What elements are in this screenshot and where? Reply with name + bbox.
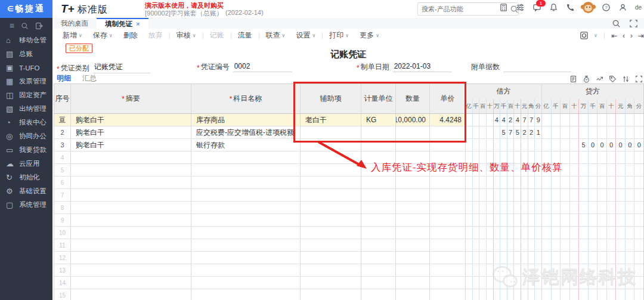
sidebar-item-basic-settings[interactable]: ⚙ 基础设置	[0, 184, 52, 198]
sidebar-item-general-ledger[interactable]: ▤ 总账	[0, 47, 52, 61]
cell-price[interactable]	[430, 289, 466, 300]
cell-unit[interactable]	[361, 189, 396, 202]
cell-summary[interactable]	[71, 227, 191, 239]
cell-debit[interactable]	[466, 202, 542, 214]
cell-qty[interactable]	[396, 227, 430, 239]
cell-qty[interactable]: 10,000.00	[396, 114, 430, 126]
table-row[interactable]: 12	[54, 252, 643, 264]
cell-credit[interactable]	[542, 126, 643, 139]
field-value[interactable]: 0002	[233, 62, 292, 72]
cell-price[interactable]	[430, 264, 466, 277]
cell-qty[interactable]	[396, 202, 430, 214]
cell-aux[interactable]	[301, 214, 361, 227]
cell-credit[interactable]	[542, 214, 643, 227]
cell-account[interactable]	[191, 289, 301, 300]
stamp-caret-icon[interactable]: ∨	[594, 33, 597, 38]
cell-account[interactable]	[191, 277, 301, 289]
field-value[interactable]: 2022-01-03	[393, 62, 452, 72]
expand-icon[interactable]	[635, 75, 643, 83]
sidebar-item-initialization[interactable]: ↻ 初始化	[0, 171, 52, 184]
cell-aux[interactable]	[301, 189, 361, 202]
cell-account[interactable]	[191, 264, 301, 277]
toolbar-button-联查[interactable]: 联查∨	[261, 30, 291, 41]
hamburger-menu-icon[interactable]: ≡	[10, 21, 14, 30]
cell-account[interactable]	[191, 151, 301, 164]
cell-account[interactable]	[191, 202, 301, 214]
cell-qty[interactable]	[396, 264, 430, 277]
cell-summary[interactable]	[71, 252, 191, 264]
moneybag-icon[interactable]	[583, 75, 590, 83]
cell-summary[interactable]	[71, 202, 191, 214]
cell-debit[interactable]	[466, 252, 542, 264]
cell-debit[interactable]	[466, 239, 542, 252]
cell-credit[interactable]	[542, 114, 643, 126]
cell-credit[interactable]	[542, 189, 643, 202]
cell-price[interactable]	[430, 126, 466, 139]
cell-price[interactable]	[430, 252, 466, 264]
cell-aux[interactable]	[301, 151, 361, 164]
cell-credit[interactable]	[542, 239, 643, 252]
toolbar-button-打印[interactable]: 打印∨	[324, 30, 354, 41]
cell-summary[interactable]	[71, 277, 191, 289]
cell-summary[interactable]	[71, 177, 191, 189]
cell-unit[interactable]	[361, 277, 396, 289]
toolbar-button-新增[interactable]: 新增∨	[57, 30, 88, 41]
cell-credit[interactable]	[542, 289, 643, 300]
cell-price[interactable]	[430, 202, 466, 214]
cell-price[interactable]	[430, 227, 466, 239]
toolbar-button-审核[interactable]: 审核∨	[171, 30, 202, 41]
cell-qty[interactable]	[396, 126, 430, 139]
monkey-avatar-icon[interactable]	[583, 2, 594, 13]
sidebar-item-report-center[interactable]: ◔ 报表中心	[0, 116, 52, 129]
table-row[interactable]: 3购老白干银行存款5000000	[54, 139, 643, 151]
cell-aux[interactable]	[301, 277, 361, 289]
cell-account[interactable]: 银行存款	[191, 139, 301, 151]
cell-credit[interactable]: 5000000	[542, 139, 643, 151]
cell-debit[interactable]	[466, 177, 542, 189]
cell-qty[interactable]	[396, 177, 430, 189]
sidebar-item-loan[interactable]: ▭ 我要贷款	[0, 143, 52, 157]
user-icon[interactable]	[618, 3, 627, 12]
table-row[interactable]: 10	[54, 227, 643, 239]
adjust-columns-icon[interactable]	[622, 75, 630, 83]
table-row[interactable]: 8	[54, 202, 643, 214]
approval-icon[interactable]	[596, 75, 603, 83]
cell-debit[interactable]	[466, 289, 542, 300]
voucher-stamp-icon[interactable]	[580, 31, 589, 40]
cell-price[interactable]	[430, 189, 466, 202]
cell-summary[interactable]: 购老白干	[71, 126, 191, 139]
cell-summary[interactable]	[71, 189, 191, 202]
cell-unit[interactable]	[361, 139, 396, 151]
cell-account[interactable]	[191, 164, 301, 177]
cell-aux[interactable]	[301, 202, 361, 214]
cell-aux[interactable]	[301, 139, 361, 151]
table-row[interactable]: 13	[54, 264, 643, 277]
tab-my-desktop[interactable]: 我的桌面	[52, 18, 97, 29]
cell-aux[interactable]	[301, 289, 361, 300]
cell-debit[interactable]: 575221	[466, 126, 542, 139]
sidebar-item-system-management[interactable]: ▢ 系统管理	[0, 198, 52, 212]
cell-summary[interactable]	[71, 151, 191, 164]
sidebar-item-invoice-management[interactable]: ▦ 发票管理	[0, 75, 52, 88]
toolbar-button-删除[interactable]: 删除	[118, 30, 143, 41]
toolbar-button-设置[interactable]: 设置∨	[290, 30, 321, 41]
table-row[interactable]: 亘购老白干库存商品老白干KG10,000.004.42484424779	[54, 114, 643, 126]
cell-aux[interactable]	[301, 164, 361, 177]
username-label[interactable]: de	[635, 4, 642, 11]
bell-icon[interactable]	[549, 3, 558, 12]
sidebar-item-fixed-assets[interactable]: ◫ 固定资产	[0, 88, 52, 102]
tab-close-icon[interactable]: ×	[136, 20, 140, 27]
cell-aux[interactable]	[301, 227, 361, 239]
help-icon[interactable]: ?	[602, 3, 611, 12]
cell-unit[interactable]: KG	[361, 114, 396, 126]
app-logo[interactable]: ∈ 畅捷通	[0, 0, 52, 18]
table-row[interactable]: 7	[54, 189, 643, 202]
cell-account[interactable]	[191, 239, 301, 252]
cell-summary[interactable]	[71, 214, 191, 227]
cell-qty[interactable]	[396, 252, 430, 264]
sidebar-item-mobile-warehouse[interactable]: ⌂ 移动仓管	[0, 33, 52, 47]
table-row[interactable]: 6	[54, 177, 643, 189]
cell-unit[interactable]	[361, 202, 396, 214]
first-page-icon[interactable]: ⇤	[611, 32, 617, 40]
cell-unit[interactable]	[361, 126, 396, 139]
